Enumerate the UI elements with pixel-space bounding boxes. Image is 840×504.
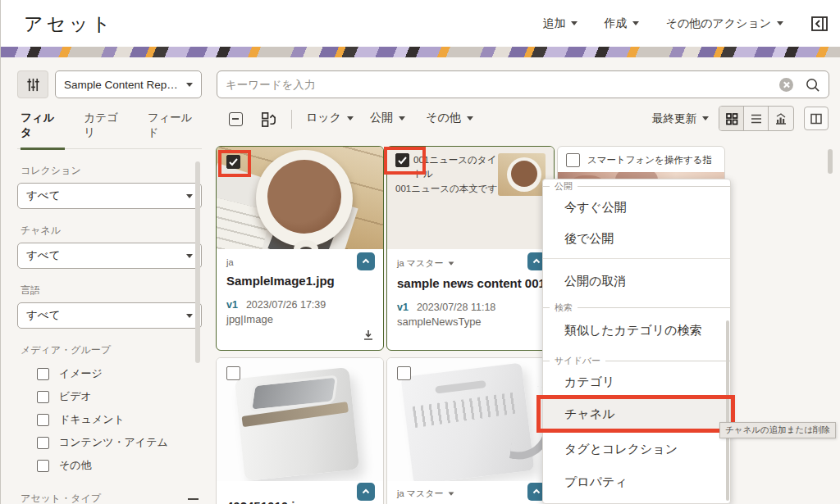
checkbox[interactable] xyxy=(37,414,49,426)
sidebar-scrollbar[interactable] xyxy=(195,161,200,363)
tab-field[interactable]: フィールド xyxy=(148,111,202,140)
create-menu-label: 作成 xyxy=(604,16,627,31)
card-language[interactable]: ja マスター xyxy=(397,488,443,500)
card-checkbox[interactable] xyxy=(226,155,240,169)
media-option-image[interactable]: イメージ xyxy=(17,362,202,385)
view-switcher xyxy=(719,106,794,131)
create-menu-button[interactable]: 作成 xyxy=(604,16,639,31)
media-option-video[interactable]: ビデオ xyxy=(17,385,202,408)
media-option-other[interactable]: その他 xyxy=(17,454,202,477)
two-column-icon xyxy=(810,112,823,125)
publish-menu-button[interactable]: 公開 xyxy=(370,111,405,125)
check-icon xyxy=(227,156,240,168)
language-select-value: すべて xyxy=(26,308,186,323)
card-checkbox[interactable] xyxy=(226,366,240,380)
active-tab-underline xyxy=(21,148,65,150)
menu-item-tags-collections[interactable]: タグとコレクション xyxy=(543,434,730,464)
card-title: SampleImage1.jpg xyxy=(226,274,373,288)
asset-card-402451010[interactable]: 402451010.jpg xyxy=(216,357,384,504)
more-actions-menu-button[interactable]: その他のアクション xyxy=(665,16,783,31)
toolbar-divider xyxy=(291,110,292,129)
search-input[interactable] xyxy=(226,79,779,91)
content-scrollbar[interactable] xyxy=(828,149,833,174)
menu-item-categories[interactable]: カテゴリ xyxy=(543,367,730,397)
lock-menu-button[interactable]: ロック xyxy=(306,111,354,125)
card-date: 2023/07/26 17:39 xyxy=(246,299,326,311)
clear-search-icon[interactable] xyxy=(779,78,793,92)
filter-toggle-button[interactable] xyxy=(17,70,48,98)
asset-card-sampleimage1[interactable]: ja SampleImage1.jpg v1 2023/07/26 17:39 … xyxy=(216,146,384,351)
card-checkbox[interactable] xyxy=(395,153,409,167)
select-all-checkbox[interactable] xyxy=(229,112,243,126)
collection-label: コレクション xyxy=(21,164,199,178)
header-actions: 追加 作成 その他のアクション xyxy=(542,0,829,47)
tab-filter[interactable]: フィルタ xyxy=(21,111,64,140)
checkbox[interactable] xyxy=(37,391,49,403)
sort-label: 最終更新 xyxy=(652,111,696,126)
card-checkbox[interactable] xyxy=(566,153,580,167)
analytics-view-button[interactable] xyxy=(769,107,793,130)
grid-view-button[interactable] xyxy=(719,107,744,130)
filter-sidebar: フィルタ カテゴリ フィールド コレクション すべて チャネル すべて 言語 す… xyxy=(17,111,202,504)
media-option-content-item[interactable]: コンテンツ・アイテム xyxy=(17,431,202,454)
asset-card-402808012[interactable]: ja マスター 402808012_001.jpg xyxy=(386,357,555,504)
card-info: ja SampleImage1.jpg v1 2023/07/26 17:39 … xyxy=(217,249,383,325)
card-language: ja xyxy=(226,257,373,267)
page-title: アセット xyxy=(24,11,114,37)
media-group-label: メディア・グループ xyxy=(21,343,199,357)
menu-item-properties[interactable]: プロパティ xyxy=(543,467,730,497)
checkbox[interactable] xyxy=(37,460,49,472)
language-select[interactable]: すべて xyxy=(17,302,202,329)
collapse-panel-button[interactable] xyxy=(810,14,829,34)
menu-item-channels[interactable]: チャネル xyxy=(543,397,730,430)
checkbox[interactable] xyxy=(37,368,49,380)
split-panel-button[interactable] xyxy=(804,107,829,130)
search-icon[interactable] xyxy=(805,77,820,93)
chevron-down-icon xyxy=(186,314,193,318)
move-items-icon xyxy=(260,111,277,128)
list-view-button[interactable] xyxy=(744,107,769,130)
search-box xyxy=(217,70,829,98)
add-menu-button[interactable]: 追加 xyxy=(542,16,578,31)
download-button[interactable] xyxy=(362,329,375,345)
decorative-banner xyxy=(1,47,840,57)
sidebar-tabs: フィルタ カテゴリ フィールド xyxy=(17,111,202,149)
collapse-section-icon[interactable] xyxy=(188,498,199,500)
asset-card-sample-news[interactable]: 001ニュースのタイトル 001ニュースの本文です ja マスター sample… xyxy=(386,146,555,351)
card-language[interactable]: ja マスター xyxy=(397,257,443,270)
chevron-down-icon xyxy=(399,116,405,120)
more-menu-button[interactable]: その他 xyxy=(426,111,473,125)
channel-label: チャネル xyxy=(21,224,199,238)
menu-scrollbar[interactable] xyxy=(726,320,729,501)
repository-select[interactable]: Sample Content Rep… xyxy=(55,70,202,98)
update-available-badge[interactable] xyxy=(357,252,375,270)
card-checkbox[interactable] xyxy=(397,366,411,380)
more-actions-label: その他のアクション xyxy=(665,16,771,31)
menu-item-find-similar[interactable]: 類似したカテゴリの検索 xyxy=(543,316,730,345)
media-option-label: コンテンツ・アイテム xyxy=(59,435,168,450)
collection-select-value: すべて xyxy=(26,188,186,203)
menu-item-publish-later[interactable]: 後で公開 xyxy=(543,224,730,253)
tab-category[interactable]: カテゴリ xyxy=(84,111,127,140)
sliders-icon xyxy=(25,77,41,93)
channel-select[interactable]: すべて xyxy=(17,243,202,269)
asset-thumbnail-washer xyxy=(217,358,383,481)
chevron-up-icon xyxy=(361,257,371,266)
media-option-document[interactable]: ドキュメント xyxy=(17,408,202,431)
menu-item-publish-now[interactable]: 今すぐ公開 xyxy=(543,193,730,222)
chevron-down-icon xyxy=(186,254,193,258)
language-label: 言語 xyxy=(21,284,199,297)
menu-section-publish: 公開 xyxy=(543,179,730,193)
checkbox[interactable] xyxy=(37,437,49,449)
sort-menu-button[interactable]: 最終更新 xyxy=(652,111,709,126)
card-format: jpg|Image xyxy=(226,313,373,325)
card-version[interactable]: v1 xyxy=(226,299,238,311)
update-available-badge[interactable] xyxy=(357,483,375,501)
coffee-cup-shape xyxy=(256,150,353,247)
more-label: その他 xyxy=(426,111,461,125)
move-items-button[interactable] xyxy=(260,111,277,128)
card-version[interactable]: v1 xyxy=(397,302,409,313)
collection-select[interactable]: すべて xyxy=(17,183,202,209)
check-icon xyxy=(396,154,409,166)
menu-item-unpublish[interactable]: 公開の取消 xyxy=(543,266,730,296)
